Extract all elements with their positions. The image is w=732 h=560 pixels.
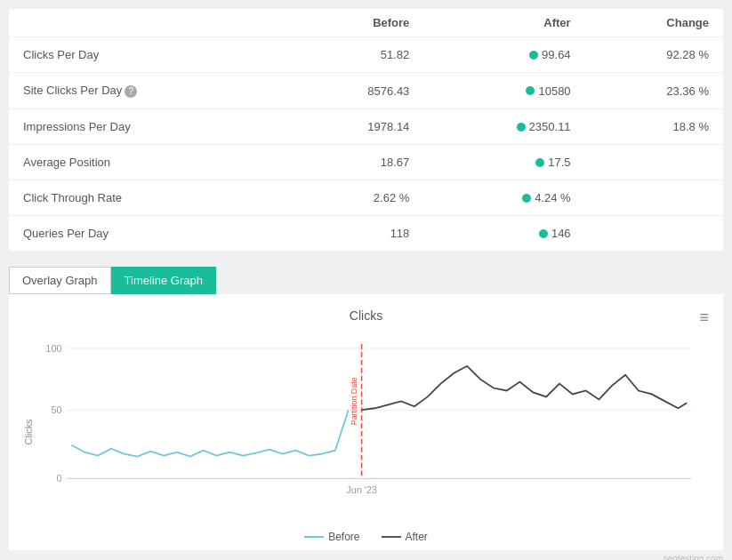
- dot-icon: [539, 229, 548, 238]
- after-value: 17.5: [548, 156, 570, 169]
- chart-menu-icon[interactable]: ≡: [699, 308, 709, 327]
- header-metric: [9, 9, 286, 37]
- change-cell: 92.28 %: [585, 37, 723, 73]
- y-tick-0: 0: [56, 473, 61, 484]
- after-label: After: [406, 531, 428, 543]
- tab-timeline[interactable]: Timeline Graph: [111, 267, 216, 294]
- dot-icon: [517, 123, 526, 132]
- before-cell: 118: [286, 216, 423, 252]
- after-cell: 4.24 %: [423, 180, 584, 216]
- dot-icon: [526, 86, 535, 95]
- before-cell: 1978.14: [286, 109, 423, 145]
- y-tick-50: 50: [51, 404, 61, 415]
- page-container: Before After Change Clicks Per Day51.829…: [0, 0, 732, 560]
- after-value: 146: [551, 227, 571, 240]
- before-cell: 51.82: [286, 37, 423, 73]
- x-axis-label: Jun '23: [346, 484, 377, 495]
- table-row: Click Through Rate2.62 %4.24 %: [9, 180, 723, 216]
- before-cell: 18.67: [286, 145, 423, 180]
- after-value: 2350.11: [529, 120, 571, 133]
- metric-cell: Impressions Per Day: [9, 109, 286, 145]
- tab-overlay[interactable]: Overlay Graph: [9, 267, 111, 294]
- chart-svg: Clicks 100 50 0 Partition Date Jun '23: [23, 330, 709, 525]
- info-icon[interactable]: ?: [125, 85, 137, 98]
- dot-icon: [535, 158, 544, 167]
- tabs-row: Overlay Graph Timeline Graph: [9, 260, 723, 294]
- after-cell: 2350.11: [423, 109, 584, 145]
- before-line: [71, 410, 348, 456]
- partition-label: Partition Date: [350, 377, 358, 425]
- header-before: Before: [286, 9, 423, 37]
- header-change: Change: [585, 9, 723, 37]
- before-label: Before: [328, 531, 359, 543]
- table-row: Site Clicks Per Day?8576.431058023.36 %: [9, 73, 723, 109]
- after-cell: 17.5: [423, 145, 584, 180]
- change-cell: [585, 180, 723, 216]
- watermark: seotesting.com: [9, 554, 723, 560]
- dot-icon: [529, 51, 538, 60]
- dot-icon: [522, 194, 531, 203]
- metric-cell: Average Position: [9, 145, 286, 180]
- table-row: Impressions Per Day1978.142350.1118.8 %: [9, 109, 723, 145]
- metric-cell: Site Clicks Per Day?: [9, 73, 286, 109]
- chart-container: Clicks ≡ Clicks 100 50 0 Partition Date: [9, 294, 723, 550]
- metric-cell: Queries Per Day: [9, 216, 286, 252]
- table-row: Queries Per Day118146: [9, 216, 723, 252]
- header-after: After: [423, 9, 584, 37]
- before-cell: 2.62 %: [286, 180, 423, 216]
- y-axis-label: Clicks: [23, 419, 34, 445]
- change-cell: 23.36 %: [585, 73, 723, 109]
- after-line-icon: [382, 536, 401, 538]
- chart-title: Clicks: [23, 308, 709, 323]
- chart-legend: Before After: [23, 531, 709, 543]
- before-line-icon: [304, 536, 324, 538]
- change-cell: [585, 216, 723, 252]
- table-row: Average Position18.6717.5: [9, 145, 723, 180]
- chart-area: Clicks 100 50 0 Partition Date Jun '23: [23, 330, 709, 525]
- after-value: 10580: [538, 84, 570, 98]
- table-row: Clicks Per Day51.8299.6492.28 %: [9, 37, 723, 73]
- after-line: [362, 366, 688, 410]
- metric-cell: Clicks Per Day: [9, 37, 286, 73]
- after-cell: 99.64: [423, 37, 584, 73]
- after-cell: 146: [423, 216, 584, 252]
- after-value: 99.64: [542, 48, 571, 61]
- change-cell: [585, 145, 723, 180]
- metric-cell: Click Through Rate: [9, 180, 286, 216]
- stats-table: Before After Change Clicks Per Day51.829…: [9, 9, 723, 251]
- after-cell: 10580: [423, 73, 584, 109]
- legend-before: Before: [304, 531, 359, 543]
- before-cell: 8576.43: [286, 73, 423, 109]
- legend-after: After: [382, 531, 428, 543]
- change-cell: 18.8 %: [585, 109, 723, 145]
- after-value: 4.24 %: [535, 191, 570, 204]
- y-tick-100: 100: [45, 343, 61, 354]
